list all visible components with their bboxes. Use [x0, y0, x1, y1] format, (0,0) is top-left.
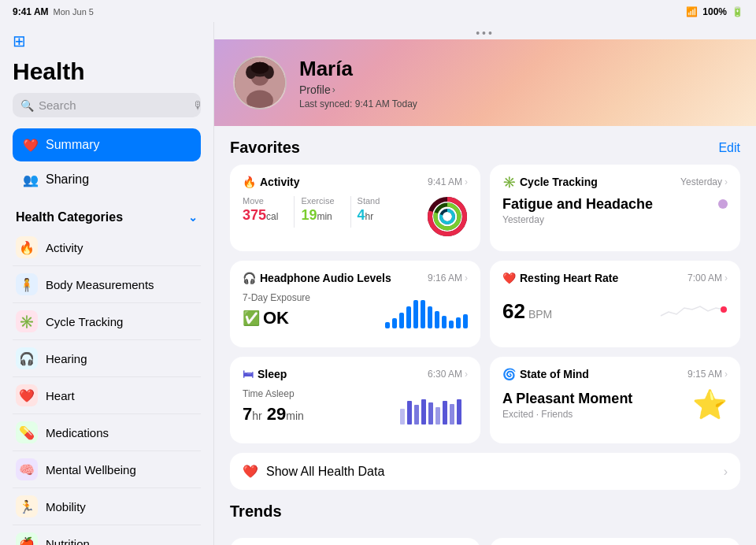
- favorites-section-header: Favorites Edit: [230, 126, 740, 165]
- cycle-tracking-icon: ✳️: [16, 310, 38, 332]
- profile-link[interactable]: Profile ›: [299, 83, 417, 96]
- headphone-card[interactable]: 🎧 Headphone Audio Levels 9:16 AM › 7-Day…: [230, 261, 480, 347]
- bar-12: [463, 314, 468, 328]
- top-menu-bar: •••: [214, 22, 756, 39]
- resting-hr-body: 62 BPM: [502, 292, 728, 324]
- state-of-mind-icon: 🌀: [502, 368, 516, 380]
- stand-value: 4hr: [358, 207, 380, 224]
- show-all-row[interactable]: ❤️ Show All Health Data ›: [230, 453, 740, 490]
- sleep-time-display: 7hr 29min: [243, 404, 304, 425]
- hearing-icon: 🎧: [16, 347, 38, 369]
- sidebar-item-hearing[interactable]: 🎧 Hearing: [13, 340, 201, 377]
- svg-rect-22: [457, 399, 461, 425]
- sleep-card-header: 🛏 Sleep 6:30 AM ›: [243, 368, 468, 380]
- bar-2: [392, 318, 397, 328]
- sharing-icon: 👥: [22, 171, 39, 188]
- headphone-status-info: 7-Day Exposure ✅ OK: [243, 292, 310, 328]
- bar-1: [385, 322, 390, 328]
- resting-hr-card-title: ❤️ Resting Heart Rate: [502, 272, 618, 284]
- wifi-icon: 📶: [686, 6, 698, 17]
- bar-3: [399, 313, 404, 328]
- profile-info: María Profile › Last synced: 9:41 AM Tod…: [299, 57, 417, 109]
- summary-icon: ❤️: [22, 136, 39, 154]
- sleep-card[interactable]: 🛏 Sleep 6:30 AM › Time Asleep 7hr: [230, 357, 480, 443]
- svg-point-6: [251, 62, 269, 74]
- activity-icon: 🔥: [16, 236, 38, 258]
- nav-label-summary: Summary: [46, 138, 99, 152]
- resting-hr-value-group: 62 BPM: [502, 299, 552, 324]
- resting-hr-display: 62 BPM: [502, 299, 552, 324]
- nav-item-sharing[interactable]: 👥 Sharing: [13, 163, 201, 196]
- cycle-symptom: Fatigue and Headache: [502, 196, 653, 213]
- mind-sub: Excited · Friends: [502, 409, 632, 420]
- sidebar-toggle-icon[interactable]: ⊞: [13, 32, 26, 50]
- bar-8: [435, 311, 439, 328]
- activity-card-title: 🔥 Activity: [243, 176, 300, 188]
- chevron-down-icon[interactable]: ⌄: [188, 211, 198, 224]
- avatar: [233, 56, 287, 109]
- app-container: ⊞ Health 🔍 🎙 ❤️ Summary 👥 Sharing Health…: [0, 22, 756, 545]
- cycle-card-icon: ✳️: [502, 176, 516, 188]
- headphone-card-header: 🎧 Headphone Audio Levels 9:16 AM ›: [243, 272, 468, 284]
- three-dot-menu[interactable]: •••: [476, 27, 495, 39]
- trend-exercise-minutes[interactable]: 🔥 Exercise Minutes ›: [230, 538, 480, 545]
- content-body: Favorites Edit 🔥 Activity 9:41 AM ›: [214, 126, 756, 545]
- sleep-card-icon: 🛏: [243, 368, 254, 380]
- sidebar-item-mental-wellbeing[interactable]: 🧠 Mental Wellbeing: [13, 451, 201, 488]
- activity-card-time: 9:41 AM ›: [428, 176, 468, 187]
- resting-hr-card[interactable]: ❤️ Resting Heart Rate 7:00 AM › 62 BP: [490, 261, 740, 347]
- hr-sparkline: [657, 292, 728, 324]
- hr-unit: BPM: [528, 308, 552, 321]
- headphone-body: 7-Day Exposure ✅ OK: [243, 292, 468, 328]
- state-of-mind-time: 9:15 AM ›: [687, 369, 728, 380]
- exercise-stat: Exercise 19min: [301, 196, 343, 228]
- body-measurements-icon: 🧍: [16, 273, 38, 295]
- sidebar-item-heart[interactable]: ❤️ Heart: [13, 377, 201, 414]
- activity-stats: Move 375cal Exercise 19min: [243, 196, 389, 228]
- trend-walking-hr[interactable]: ❤️ Walking Heart Rate Average ›: [490, 538, 740, 545]
- headphone-card-time: 9:16 AM ›: [428, 272, 468, 284]
- sidebar-item-mobility[interactable]: 🏃 Mobility: [13, 488, 201, 525]
- edit-button[interactable]: Edit: [718, 141, 740, 155]
- state-of-mind-header: 🌀 State of Mind 9:15 AM ›: [502, 368, 728, 380]
- profile-header: María Profile › Last synced: 9:41 AM Tod…: [214, 39, 756, 126]
- category-label-medications: Medications: [46, 426, 109, 439]
- headphone-chevron-icon: ›: [465, 272, 468, 284]
- mind-value: A Pleasant Moment: [502, 391, 632, 407]
- cycle-symptom-date: Yesterday: [502, 214, 653, 225]
- sidebar-top-row: ⊞: [13, 32, 201, 50]
- svg-rect-17: [421, 399, 426, 425]
- status-time: 9:41 AM: [13, 6, 49, 17]
- trends-row: 🔥 Exercise Minutes › ❤️ Walking Heart Ra…: [230, 538, 740, 545]
- state-of-mind-title: 🌀 State of Mind: [502, 368, 589, 380]
- sidebar-item-medications[interactable]: 💊 Medications: [13, 414, 201, 451]
- activity-card[interactable]: 🔥 Activity 9:41 AM › Move: [230, 165, 480, 251]
- bar-5: [413, 300, 418, 328]
- activity-chevron-icon: ›: [465, 176, 468, 187]
- category-label-hearing: Hearing: [46, 352, 87, 365]
- sleep-sparkline: [397, 393, 468, 425]
- search-bar[interactable]: 🔍 🎙: [13, 93, 201, 117]
- show-all-chevron-icon: ›: [724, 465, 728, 479]
- sidebar-item-cycle-tracking[interactable]: ✳️ Cycle Tracking: [13, 303, 201, 340]
- search-input[interactable]: [39, 98, 188, 112]
- stand-stat: Stand 4hr: [358, 196, 390, 228]
- bar-7: [428, 306, 432, 328]
- sidebar-item-activity[interactable]: 🔥 Activity: [13, 229, 201, 266]
- app-title: Health: [13, 58, 201, 85]
- cycle-tracking-card[interactable]: ✳️ Cycle Tracking Yesterday › Fatigue an…: [490, 165, 740, 251]
- sidebar-item-body-measurements[interactable]: 🧍 Body Measurements: [13, 266, 201, 303]
- stat-divider-1: [294, 196, 295, 228]
- move-value: 375cal: [243, 207, 278, 224]
- svg-rect-15: [407, 401, 412, 425]
- nav-label-sharing: Sharing: [46, 172, 89, 187]
- favorites-title: Favorites: [230, 139, 300, 157]
- sleep-body: Time Asleep 7hr 29min: [243, 388, 468, 425]
- state-of-mind-card[interactable]: 🌀 State of Mind 9:15 AM › A Pleasant Mom…: [490, 357, 740, 443]
- cycle-card-time: Yesterday ›: [680, 176, 728, 187]
- hr-value: 62: [502, 299, 525, 324]
- sidebar-item-nutrition[interactable]: 🍎 Nutrition: [13, 525, 201, 545]
- trends-section-header: Trends: [230, 490, 740, 528]
- mic-icon[interactable]: 🎙: [193, 99, 204, 112]
- nav-item-summary[interactable]: ❤️ Summary: [13, 128, 201, 161]
